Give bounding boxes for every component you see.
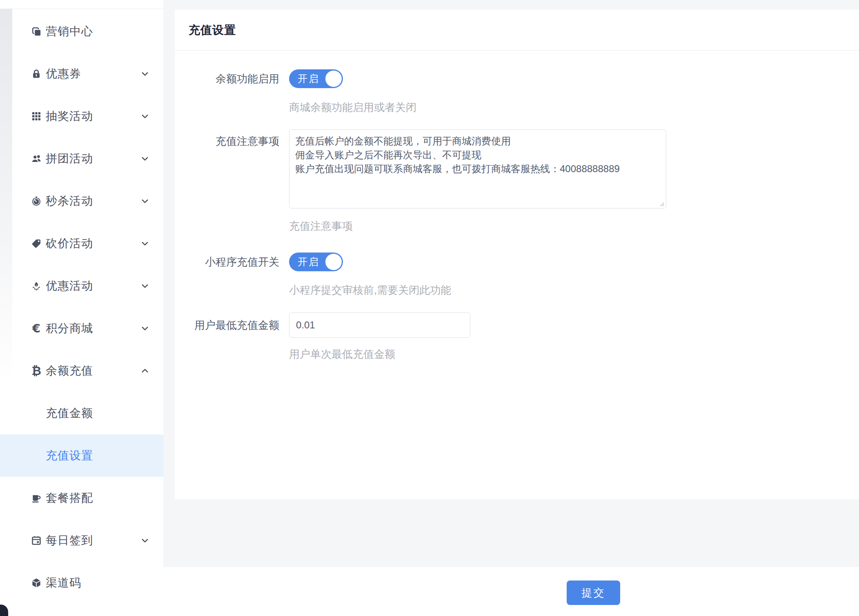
- app-root: 营销中心 优惠券: [0, 0, 859, 616]
- sidebar-top-strip: [0, 0, 163, 9]
- copy-icon: [30, 25, 42, 38]
- sidebar-item-label: 秒杀活动: [46, 193, 93, 209]
- chevron-down-icon: [140, 69, 149, 78]
- tag-icon: [30, 237, 42, 250]
- bottom-left-widget-corner: [0, 605, 8, 616]
- mini-program-toggle[interactable]: 开启: [289, 253, 343, 271]
- sidebar-menu: 营销中心 优惠券: [0, 9, 163, 604]
- balance-enable-label: 余额功能启用: [175, 69, 279, 115]
- users-icon: [30, 153, 42, 165]
- notice-textarea[interactable]: 充值后帐户的金额不能提现，可用于商城消费使用 佣金导入账户之后不能再次导出、不可…: [289, 129, 666, 208]
- chevron-down-icon: [140, 197, 149, 206]
- toggle-on-label: 开启: [298, 253, 320, 271]
- settings-card: 充值设置 余额功能启用 开启 商城余额功能启用或者关闭 充: [175, 10, 859, 499]
- sidebar-item-coupon[interactable]: 优惠券: [0, 53, 163, 95]
- balance-enable-helper: 商城余额功能启用或者关闭: [289, 100, 416, 115]
- footer-bar: 提交: [163, 567, 859, 616]
- firework-icon: [30, 280, 42, 292]
- stopwatch-icon: [30, 195, 42, 207]
- sidebar-item-label: 渠道码: [46, 575, 81, 591]
- sidebar-item-label: 拼团活动: [46, 151, 93, 166]
- toggle-on-label: 开启: [298, 69, 320, 88]
- submit-button[interactable]: 提交: [567, 581, 620, 605]
- sidebar-item-label: 优惠券: [46, 66, 81, 82]
- chevron-down-icon: [140, 324, 149, 333]
- form-row-notice: 充值注意事项 充值后帐户的金额不能提现，可用于商城消费使用 佣金导入账户之后不能…: [175, 129, 859, 233]
- sidebar-subitem-recharge-amount[interactable]: 充值金额: [0, 392, 163, 434]
- main-content: 充值设置 余额功能启用 开启 商城余额功能启用或者关闭 充: [163, 0, 859, 616]
- sidebar-item-channel-code[interactable]: 渠道码: [0, 562, 163, 604]
- min-amount-helper: 用户单次最低充值金额: [289, 347, 470, 361]
- card-header: 充值设置: [175, 10, 859, 51]
- sidebar-item-label: 营销中心: [46, 24, 93, 39]
- sidebar-item-label: 充值设置: [46, 448, 93, 463]
- chevron-up-icon: [140, 366, 149, 375]
- grid-icon: [30, 110, 42, 122]
- form-row-mini-program: 小程序充值开关 开启 小程序提交审核前,需要关闭此功能: [175, 253, 859, 297]
- sidebar-item-label: 抽奖活动: [46, 109, 93, 124]
- sidebar-item-promo[interactable]: 优惠活动: [0, 265, 163, 307]
- sidebar-item-marketing-center[interactable]: 营销中心: [0, 10, 163, 53]
- sidebar-item-points-mall[interactable]: € 积分商城: [0, 307, 163, 350]
- toggle-knob: [325, 71, 342, 87]
- mug-icon: [30, 492, 42, 504]
- chevron-down-icon: [140, 112, 149, 121]
- sidebar-item-bargain[interactable]: 砍价活动: [0, 222, 163, 265]
- bitcoin-icon: ₿: [30, 365, 42, 377]
- cube-icon: [30, 577, 42, 589]
- lock-icon: [30, 68, 42, 80]
- chevron-down-icon: [140, 239, 149, 248]
- balance-enable-toggle[interactable]: 开启: [289, 69, 343, 88]
- sidebar-item-label: 套餐搭配: [46, 490, 93, 506]
- sidebar-item-group-buy[interactable]: 拼团活动: [0, 137, 163, 180]
- sidebar-item-label: 余额充值: [46, 363, 93, 379]
- chevron-down-icon: [140, 536, 149, 545]
- notice-label: 充值注意事项: [175, 129, 279, 233]
- notice-helper: 充值注意事项: [289, 219, 666, 233]
- mini-program-helper: 小程序提交审核前,需要关闭此功能: [289, 283, 451, 297]
- sidebar-item-flash-sale[interactable]: 秒杀活动: [0, 180, 163, 222]
- mini-program-label: 小程序充值开关: [175, 253, 279, 297]
- min-amount-label: 用户最低充值金额: [175, 312, 279, 361]
- page-title: 充值设置: [189, 22, 236, 38]
- form-row-balance-enable: 余额功能启用 开启 商城余额功能启用或者关闭: [175, 69, 859, 115]
- calendar-icon: [30, 534, 42, 547]
- sidebar-item-label: 每日签到: [46, 533, 93, 548]
- sidebar-item-label: 砍价活动: [46, 236, 93, 251]
- sidebar-item-package-combo[interactable]: 套餐搭配: [0, 477, 163, 519]
- sidebar-item-label: 优惠活动: [46, 278, 93, 294]
- sidebar-item-daily-checkin[interactable]: 每日签到: [0, 519, 163, 562]
- sidebar-item-lottery[interactable]: 抽奖活动: [0, 95, 163, 137]
- euro-icon: €: [30, 322, 42, 335]
- sidebar-item-balance-recharge[interactable]: ₿ 余额充值: [0, 350, 163, 392]
- sidebar-item-label: 积分商城: [46, 321, 93, 336]
- recharge-settings-form: 余额功能启用 开启 商城余额功能启用或者关闭 充值注意事项 充值后帐户: [175, 51, 859, 361]
- sidebar: 营销中心 优惠券: [0, 0, 163, 616]
- sidebar-item-label: 充值金额: [46, 405, 93, 421]
- sidebar-subitem-recharge-settings[interactable]: 充值设置: [0, 434, 163, 477]
- chevron-down-icon: [140, 281, 149, 290]
- chevron-down-icon: [140, 154, 149, 163]
- min-amount-input[interactable]: [289, 312, 470, 338]
- toggle-knob: [325, 254, 342, 270]
- form-row-min-amount: 用户最低充值金额 用户单次最低充值金额: [175, 312, 859, 361]
